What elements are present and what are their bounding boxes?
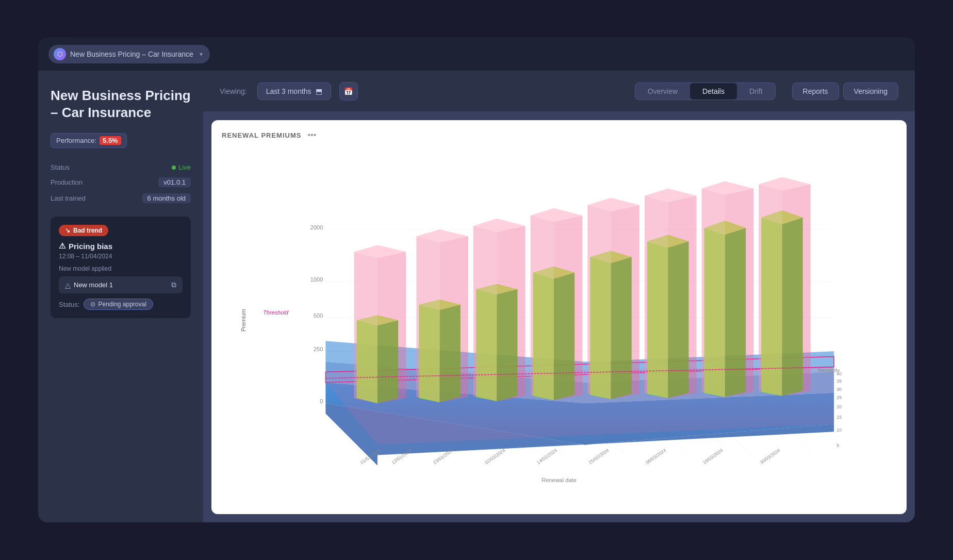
app-logo-icon: ⬡ xyxy=(54,48,66,60)
production-value: v01.0.1 xyxy=(158,177,191,187)
svg-text:Renewal date: Renewal date xyxy=(541,477,577,483)
meta-table: Status Live Production v01.0.1 Last trai… xyxy=(51,160,191,206)
svg-text:20: 20 xyxy=(836,404,842,409)
chart-svg-container: Premium Threshold xyxy=(222,144,896,497)
chart-menu-icon[interactable]: ••• xyxy=(307,130,316,140)
chart-header: RENEWAL PREMIUMS ••• xyxy=(222,130,896,140)
approval-status-row: Status: ⊙ Pending approval xyxy=(59,299,183,310)
calendar-icon: 📅 xyxy=(344,87,353,95)
production-label: Production xyxy=(51,178,83,186)
reports-button[interactable]: Reports xyxy=(792,83,839,100)
svg-marker-65 xyxy=(668,196,696,398)
new-model-label: New model applied xyxy=(59,265,183,272)
status-row: Status Live xyxy=(51,160,191,174)
model-row[interactable]: △ New model 1 ⧉ xyxy=(59,276,183,293)
viewing-label: Viewing: xyxy=(220,87,247,95)
svg-marker-49 xyxy=(354,252,377,403)
tab-drift[interactable]: Drift xyxy=(737,83,775,100)
svg-text:02/02/2024: 02/02/2024 xyxy=(484,448,506,465)
svg-text:2000: 2000 xyxy=(310,224,323,230)
svg-text:30/03/2024: 30/03/2024 xyxy=(759,448,781,465)
svg-text:25: 25 xyxy=(836,395,842,400)
svg-marker-62 xyxy=(611,205,639,399)
performance-label: Performance: xyxy=(56,137,96,144)
warning-icon: ⚠ xyxy=(59,241,65,251)
export-icon: ⬒ xyxy=(316,87,322,95)
svg-text:5: 5 xyxy=(836,443,839,448)
svg-marker-52 xyxy=(416,236,439,402)
performance-section: Performance: 5.5% xyxy=(51,129,191,148)
svg-marker-68 xyxy=(725,189,753,397)
svg-text:500: 500 xyxy=(314,312,323,319)
alert-title: ⚠ Pricing bias xyxy=(59,241,183,251)
svg-text:10: 10 xyxy=(836,427,842,433)
approval-status-label: Status: xyxy=(59,301,79,308)
svg-marker-67 xyxy=(702,189,725,397)
svg-marker-50 xyxy=(377,252,406,403)
model-title: New Business Pricing – Car Insurance xyxy=(51,87,191,121)
svg-text:14/02/2024: 14/02/2024 xyxy=(536,448,558,465)
period-button[interactable]: Last 3 months ⬒ xyxy=(257,83,331,100)
y-axis-label: Premium xyxy=(240,309,247,332)
app-pill-label: New Business Pricing – Car Insurance xyxy=(70,50,193,58)
svg-text:19/03/2024: 19/03/2024 xyxy=(702,448,724,465)
svg-marker-64 xyxy=(645,196,668,398)
status-label: Status xyxy=(51,163,70,171)
svg-marker-53 xyxy=(440,236,468,402)
top-bar: ⬡ New Business Pricing – Car Insurance ▾ xyxy=(38,38,915,71)
model-name: △ New model 1 xyxy=(65,281,113,289)
action-buttons: Reports Versioning xyxy=(792,83,898,100)
svg-marker-71 xyxy=(782,184,811,396)
tab-overview[interactable]: Overview xyxy=(635,83,690,100)
svg-text:35: 35 xyxy=(836,378,842,384)
production-row: Production v01.0.1 xyxy=(51,174,191,190)
sidebar: New Business Pricing – Car Insurance Per… xyxy=(38,71,203,522)
clock-icon: ⊙ xyxy=(90,301,95,308)
chart-title: RENEWAL PREMIUMS xyxy=(222,131,301,139)
app-container: ⬡ New Business Pricing – Car Insurance ▾… xyxy=(38,38,915,522)
right-panel: Viewing: Last 3 months ⬒ 📅 Overview Deta… xyxy=(203,71,915,522)
trend-down-icon: ↘ xyxy=(65,227,70,234)
pending-approval-badge: ⊙ Pending approval xyxy=(84,299,153,310)
model-triangle-icon: △ xyxy=(65,281,71,289)
svg-marker-56 xyxy=(497,226,525,401)
svg-text:1000: 1000 xyxy=(310,276,323,283)
last-trained-value: 6 months old xyxy=(142,193,191,203)
svg-text:Seniority: Seniority xyxy=(818,367,840,373)
svg-marker-61 xyxy=(587,205,611,399)
alert-time: 12:08 – 11/04/2024 xyxy=(59,253,183,260)
alert-card: ↘ Bad trend ⚠ Pricing bias 12:08 – 11/04… xyxy=(51,217,191,318)
live-dot-icon xyxy=(172,166,176,170)
svg-marker-58 xyxy=(531,216,554,400)
tab-group: Overview Details Drift xyxy=(635,83,776,100)
svg-text:250: 250 xyxy=(314,346,323,352)
tab-details[interactable]: Details xyxy=(690,83,737,100)
threshold-label: Threshold xyxy=(263,309,288,316)
app-pill[interactable]: ⬡ New Business Pricing – Car Insurance ▾ xyxy=(48,45,210,63)
svg-text:08/03/2024: 08/03/2024 xyxy=(645,448,667,465)
versioning-button[interactable]: Versioning xyxy=(843,83,898,100)
chart-svg: 2000 1000 500 250 0 xyxy=(222,144,896,497)
svg-text:30: 30 xyxy=(836,387,842,392)
performance-badge: Performance: 5.5% xyxy=(51,133,127,148)
bad-trend-badge: ↘ Bad trend xyxy=(59,225,108,236)
last-trained-label: Last trained xyxy=(51,194,86,202)
chevron-down-icon: ▾ xyxy=(200,51,203,58)
external-link-icon[interactable]: ⧉ xyxy=(171,281,176,289)
calendar-button[interactable]: 📅 xyxy=(339,82,358,101)
svg-text:15: 15 xyxy=(836,415,842,420)
status-value: Live xyxy=(172,163,191,171)
performance-value: 5.5% xyxy=(100,136,121,145)
svg-text:25/02/2024: 25/02/2024 xyxy=(588,448,610,465)
header-bar: Viewing: Last 3 months ⬒ 📅 Overview Deta… xyxy=(203,71,915,112)
svg-text:0: 0 xyxy=(320,398,323,404)
svg-marker-70 xyxy=(759,184,782,396)
main-content: New Business Pricing – Car Insurance Per… xyxy=(38,71,915,522)
chart-area: RENEWAL PREMIUMS ••• Premium Threshold xyxy=(211,120,907,514)
last-trained-row: Last trained 6 months old xyxy=(51,190,191,206)
